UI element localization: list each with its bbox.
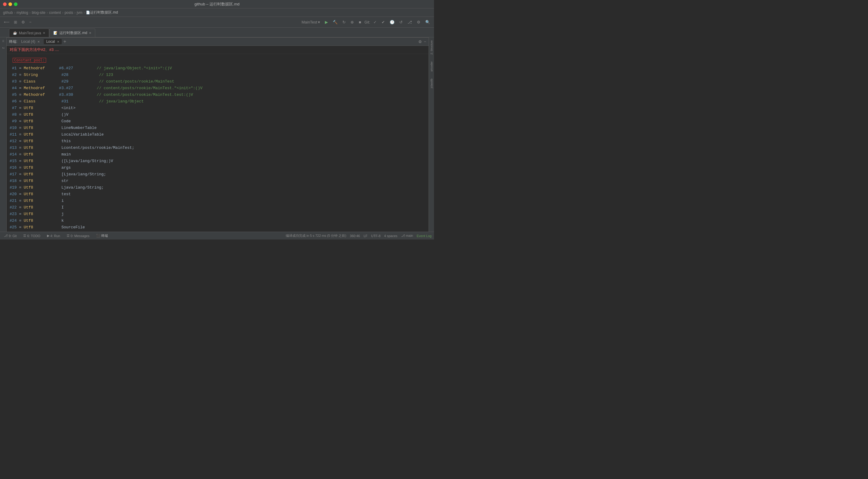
pool-entry-18: #18 = Utf8 str bbox=[7, 178, 429, 184]
cursor-position: 360:46 bbox=[350, 234, 360, 238]
notice-bar: 对应下面的方法中#2、#3 .... bbox=[7, 46, 429, 54]
pool-entry-12: #12 = Utf8 this bbox=[7, 138, 429, 145]
bottom-tab-messages[interactable]: ☰ 0: Messages bbox=[65, 233, 91, 238]
bottom-tab-terminal[interactable]: ⬛ 终端 bbox=[95, 233, 110, 238]
pool-entry-4: #4 = Methodref #3.#27 // content/posts/r… bbox=[7, 85, 429, 92]
tab-runtime[interactable]: 📝 运行时数据区.md ✕ bbox=[50, 29, 95, 37]
right-panel-axcoder[interactable]: aXcoder bbox=[430, 61, 433, 72]
terminal-tab-local4[interactable]: Local (4) ✕ bbox=[19, 39, 42, 44]
app-container: github – 运行时数据区.md github › myblog › blo… bbox=[0, 0, 434, 240]
pool-entry-2: #2 = String #28 // 123 bbox=[7, 72, 429, 78]
pool-entry-16: #16 = Utf8 args bbox=[7, 164, 429, 171]
git-history-button[interactable]: 🕐 bbox=[388, 19, 396, 25]
messages-tab-label: 0: Messages bbox=[70, 234, 89, 238]
notice-text: 对应下面的方法中#2、#3 .... bbox=[10, 47, 59, 52]
run-tab-label: 4: Run bbox=[50, 234, 60, 238]
run-button[interactable]: ▶ bbox=[323, 19, 330, 25]
tab-local4-close[interactable]: ✕ bbox=[37, 40, 40, 43]
bottom-tab-run[interactable]: ▶ 4: Run bbox=[45, 233, 61, 238]
compile-status: 编译成功完成 in 5 s 722 ms (5 分钟 之前) bbox=[286, 233, 346, 238]
bottom-tabs: ⎇ 9: Git ☰ 6: TODO ▶ 4: Run ☰ 0: Message… bbox=[2, 233, 110, 238]
build-button[interactable]: 🔨 bbox=[331, 19, 339, 25]
stop-button[interactable]: ■ bbox=[357, 19, 363, 25]
git-label: Git: bbox=[364, 20, 370, 24]
pool-entry-17: #17 = Utf8 [Ljava/lang/String; bbox=[7, 171, 429, 178]
tab-runtime-close[interactable]: ✕ bbox=[89, 31, 91, 35]
pool-entry-11: #11 = Utf8 LocalVariableTable bbox=[7, 131, 429, 138]
right-panel-jclasslib[interactable]: jclasslib bbox=[430, 78, 433, 88]
tab-runtime-label: 运行时数据区.md bbox=[59, 30, 87, 36]
tabs-bar: ☕ MainTest.java ✕ 📝 运行时数据区.md ✕ bbox=[0, 28, 434, 37]
code-view[interactable]: Constant pool: #1 = Methodref #6.#27 // … bbox=[7, 54, 429, 232]
right-sidebar: Z: Structure aXcoder jclasslib bbox=[429, 37, 434, 232]
pool-entry-24: #24 = Utf8 k bbox=[7, 218, 429, 224]
terminal-hide-icon[interactable]: − bbox=[424, 39, 426, 44]
minus-button[interactable]: − bbox=[28, 19, 33, 25]
breadcrumb-file[interactable]: 运行时数据区.md bbox=[90, 10, 118, 15]
breadcrumb-myblog[interactable]: myblog bbox=[17, 10, 28, 15]
toolbar: ⟵ ⊞ ⚙ − MainTest ▾ ▶ 🔨 ↻ ⊕ ■ Git: ✓ ✔ 🕐 … bbox=[0, 17, 434, 28]
tab-maintest-label: MainTest.java bbox=[19, 31, 41, 35]
bottom-tab-git[interactable]: ⎇ 9: Git bbox=[2, 233, 18, 238]
close-button[interactable] bbox=[3, 2, 7, 6]
bottom-tab-todo[interactable]: ☰ 6: TODO bbox=[22, 233, 42, 238]
search-button[interactable]: 🔍 bbox=[424, 19, 432, 25]
pool-entry-20: #20 = Utf8 test bbox=[7, 191, 429, 198]
right-panel-structure[interactable]: Z: Structure bbox=[430, 40, 433, 55]
bottom-status: 编译成功完成 in 5 s 722 ms (5 分钟 之前) 360:46 LF… bbox=[286, 233, 432, 238]
git-push-button[interactable]: ✔ bbox=[380, 19, 386, 25]
pool-entry-22: #22 = Utf8 I bbox=[7, 204, 429, 211]
file-type-icon: 📄 bbox=[86, 10, 90, 14]
indent-size: 4 spaces bbox=[384, 234, 398, 238]
git-rollback-button[interactable]: ↺ bbox=[398, 19, 404, 25]
settings2-button[interactable]: ⚙ bbox=[415, 19, 422, 25]
git-branch[interactable]: ⎇ main bbox=[401, 234, 413, 238]
terminal-tabs: 终端: Local (4) ✕ Local ✕ + bbox=[9, 39, 66, 44]
pool-entry-5: #5 = Methodref #3.#30 // content/posts/r… bbox=[7, 92, 429, 98]
coverage-button[interactable]: ⊕ bbox=[349, 19, 355, 25]
git-check-button[interactable]: ✓ bbox=[372, 19, 378, 25]
toolbar-right: MainTest ▾ ▶ 🔨 ↻ ⊕ ■ Git: ✓ ✔ 🕐 ↺ ⎇ ⚙ 🔍 bbox=[300, 19, 432, 25]
structure-icon[interactable]: Z bbox=[0, 45, 6, 51]
window-title: github – 运行时数据区.md bbox=[194, 1, 240, 7]
left-activity-bar: ≡ Z bbox=[0, 37, 7, 232]
event-log[interactable]: Event Log bbox=[416, 234, 432, 238]
bottom-bar: ⎇ 9: Git ☰ 6: TODO ▶ 4: Run ☰ 0: Message… bbox=[0, 232, 434, 240]
java-file-icon: ☕ bbox=[13, 31, 17, 35]
pool-entry-19: #19 = Utf8 Ljava/lang/String; bbox=[7, 184, 429, 191]
tab-maintest-close[interactable]: ✕ bbox=[43, 31, 45, 35]
new-terminal-button[interactable]: + bbox=[63, 39, 66, 44]
terminal-tab-local[interactable]: Local ✕ bbox=[44, 39, 62, 44]
breadcrumb: github › myblog › blog-site › content › … bbox=[0, 8, 434, 17]
pool-entry-21: #21 = Utf8 i bbox=[7, 198, 429, 204]
window-controls bbox=[3, 2, 18, 6]
breadcrumb-posts[interactable]: posts bbox=[64, 10, 73, 15]
git-branches-button[interactable]: ⎇ bbox=[406, 19, 413, 25]
config-dropdown[interactable]: MainTest ▾ bbox=[300, 19, 321, 25]
pool-entry-9: #9 = Utf8 Code bbox=[7, 118, 429, 125]
terminal-header: 终端: Local (4) ✕ Local ✕ + ⚙ − bbox=[7, 37, 429, 46]
settings-button[interactable]: ⚙ bbox=[20, 19, 27, 25]
breadcrumb-blog-site[interactable]: blog-site bbox=[32, 10, 45, 15]
maximize-button[interactable] bbox=[14, 2, 18, 6]
project-toggle-button[interactable]: ⊞ bbox=[12, 19, 19, 25]
config-label: MainTest bbox=[301, 20, 317, 24]
charset: UTF-8 bbox=[371, 234, 380, 238]
breadcrumb-content[interactable]: content bbox=[49, 10, 61, 15]
minimize-button[interactable] bbox=[8, 2, 12, 6]
pool-entry-7: #7 = Utf8 <init> bbox=[7, 105, 429, 111]
pool-entry-10: #10 = Utf8 LineNumberTable bbox=[7, 125, 429, 131]
tab-local-close[interactable]: ✕ bbox=[57, 40, 59, 43]
navigate-back-button[interactable]: ⟵ bbox=[2, 19, 11, 25]
pool-entry-15: #15 = Utf8 ([Ljava/lang/String;)V bbox=[7, 158, 429, 164]
pool-entry-13: #13 = Utf8 Lcontent/posts/rookie/MainTes… bbox=[7, 145, 429, 151]
chevron-down-icon: ▾ bbox=[318, 20, 320, 24]
messages-tab-icon: ☰ bbox=[67, 234, 70, 238]
project-icon[interactable]: ≡ bbox=[0, 38, 6, 44]
breadcrumb-github[interactable]: github bbox=[3, 10, 13, 15]
terminal-settings-icon[interactable]: ⚙ bbox=[418, 39, 422, 44]
terminal-tab-icon: ⬛ bbox=[96, 234, 100, 238]
breadcrumb-jvm[interactable]: jvm bbox=[77, 10, 83, 15]
reload-button[interactable]: ↻ bbox=[341, 19, 347, 25]
tab-maintest[interactable]: ☕ MainTest.java ✕ bbox=[9, 29, 49, 37]
